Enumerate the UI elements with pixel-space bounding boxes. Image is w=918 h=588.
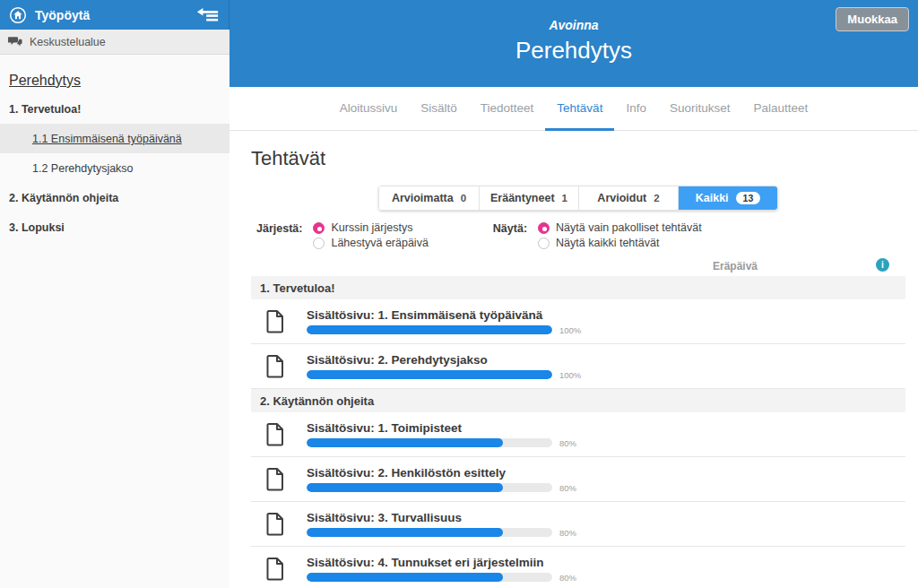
- task-progress: 80%: [307, 528, 576, 538]
- task-row[interactable]: Sisältösivu: 2. Perehdytysjakso100%: [251, 344, 905, 389]
- task-row[interactable]: Sisältösivu: 4. Tunnukset eri järjestelm…: [251, 547, 905, 588]
- task-progress: 100%: [307, 370, 581, 380]
- tab-tehtävät[interactable]: Tehtävät: [545, 87, 614, 131]
- tab-sisältö[interactable]: Sisältö: [409, 87, 469, 131]
- course-status: Avoinna: [230, 0, 918, 32]
- task-main: Sisältösivu: 1. Toimipisteet80%: [307, 421, 576, 448]
- radio-option-label: Näytä vain pakolliset tehtävät: [556, 221, 702, 234]
- filter-label: Kaikki: [696, 192, 729, 204]
- filter-button-kaikki[interactable]: Kaikki13: [678, 186, 777, 210]
- task-title: Sisältösivu: 2. Henkilöstön esittely: [307, 466, 576, 480]
- task-progress: 80%: [307, 438, 576, 448]
- progress-percent-label: 100%: [559, 325, 581, 335]
- course-outline-nav: 1. Tervetuloa!1.1 Ensimmäisenä työpäivän…: [0, 94, 230, 242]
- radio-option[interactable]: Näytä kaikki tehtävät: [538, 237, 702, 249]
- progress-percent-label: 100%: [559, 370, 581, 380]
- task-progress: 80%: [307, 483, 576, 493]
- tab-suoritukset[interactable]: Suoritukset: [658, 87, 742, 131]
- radio-unselected-icon[interactable]: [538, 238, 550, 249]
- progress-fill: [307, 438, 503, 447]
- progress-track: [307, 370, 552, 379]
- sidebar-nav-item[interactable]: 2. Käytännön ohjeita: [0, 183, 230, 212]
- radio-unselected-icon[interactable]: [313, 238, 325, 249]
- content-page-icon: [265, 309, 285, 333]
- course-tabs: AloitussivuSisältöTiedotteetTehtävätInfo…: [230, 87, 918, 131]
- content-page-icon: [265, 354, 285, 378]
- content-page-icon: [265, 557, 285, 581]
- edit-button[interactable]: Muokkaa: [836, 7, 909, 31]
- task-title: Sisältösivu: 2. Perehdytysjakso: [307, 353, 581, 367]
- filter-button-arvioimatta[interactable]: Arvioimatta0: [379, 186, 479, 210]
- option-group: Näytä:Näytä vain pakolliset tehtävätNäyt…: [493, 221, 702, 249]
- task-title: Sisältösivu: 4. Tunnukset eri järjestelm…: [307, 556, 576, 569]
- task-title: Sisältösivu: 3. Turvallisuus: [307, 511, 576, 524]
- sidebar-nav-item[interactable]: 1. Tervetuloa!: [0, 94, 230, 124]
- radio-option-label: Lähestyvä eräpäivä: [331, 237, 428, 249]
- discussion-area-label: Keskustelualue: [30, 36, 106, 48]
- task-list-header: Eräpäivä i: [251, 258, 905, 276]
- tab-palautteet[interactable]: Palautteet: [741, 87, 819, 131]
- progress-percent-label: 80%: [559, 438, 576, 448]
- progress-track: [307, 438, 552, 447]
- task-filter-group: Arvioimatta0Erääntyneet1Arvioidut2Kaikki…: [251, 186, 905, 211]
- radio-option[interactable]: Näytä vain pakolliset tehtävät: [538, 221, 702, 234]
- progress-track: [307, 573, 552, 582]
- filter-label: Arvioidut: [597, 192, 646, 204]
- filter-count-badge: 2: [654, 193, 659, 203]
- option-group: Järjestä:Kurssin järjestysLähestyvä eräp…: [256, 221, 429, 249]
- filter-button-arvioidut[interactable]: Arvioidut2: [578, 186, 678, 210]
- task-main: Sisältösivu: 4. Tunnukset eri järjestelm…: [307, 556, 576, 583]
- radio-option[interactable]: Kurssin järjestys: [313, 221, 428, 234]
- tab-aloitussivu[interactable]: Aloitussivu: [328, 87, 410, 131]
- filter-label: Arvioimatta: [392, 192, 454, 204]
- progress-track: [307, 483, 552, 492]
- course-banner: Avoinna Perehdytys Muokkaa: [230, 0, 918, 87]
- progress-percent-label: 80%: [559, 483, 576, 493]
- sidebar-item-discussion-area[interactable]: Keskustelualue: [0, 30, 230, 55]
- task-row[interactable]: Sisältösivu: 1. Ensimmäisenä työpäivänä1…: [251, 299, 905, 344]
- sidebar-title[interactable]: Työpöytä: [35, 8, 196, 22]
- sidebar-course-link[interactable]: Perehdytys: [9, 73, 81, 89]
- sidebar: Työpöytä Keskustelualue Perehdytys 1. Te…: [0, 0, 230, 588]
- task-row[interactable]: Sisältösivu: 1. Toimipisteet80%: [251, 412, 905, 457]
- task-main: Sisältösivu: 2. Henkilöstön esittely80%: [307, 466, 576, 493]
- course-title: Perehdytys: [230, 37, 918, 65]
- option-column: Kurssin järjestysLähestyvä eräpäivä: [313, 221, 428, 249]
- home-icon[interactable]: [9, 6, 27, 24]
- tab-tiedotteet[interactable]: Tiedotteet: [469, 87, 546, 131]
- task-row[interactable]: Sisältösivu: 2. Henkilöstön esittely80%: [251, 457, 905, 502]
- tab-info[interactable]: Info: [614, 87, 658, 131]
- section-header: 2. Käytännön ohjeita: [251, 389, 905, 412]
- filter-label: Erääntyneet: [490, 192, 555, 204]
- task-main: Sisältösivu: 2. Perehdytysjakso100%: [307, 353, 581, 380]
- collapse-menu-icon[interactable]: [196, 7, 220, 23]
- progress-fill: [307, 528, 503, 537]
- radio-selected-icon[interactable]: [313, 222, 325, 234]
- radio-selected-icon[interactable]: [538, 222, 550, 234]
- filter-count-badge: 13: [736, 192, 761, 204]
- radio-option-label: Näytä kaikki tehtävät: [556, 237, 659, 249]
- filter-button-erääntyneet[interactable]: Erääntyneet1: [479, 186, 578, 210]
- tasks-content: Tehtävät Arvioimatta0Erääntyneet1Arvioid…: [230, 131, 918, 588]
- content-page-icon: [265, 467, 285, 491]
- task-main: Sisältösivu: 3. Turvallisuus80%: [307, 511, 576, 538]
- task-progress: 100%: [307, 325, 581, 335]
- task-row[interactable]: Sisältösivu: 3. Turvallisuus80%: [251, 502, 905, 547]
- chat-bubbles-icon: [8, 36, 22, 48]
- progress-fill: [307, 483, 503, 492]
- progress-fill: [307, 573, 503, 582]
- sidebar-nav-item[interactable]: 3. Lopuksi: [0, 212, 230, 242]
- progress-track: [307, 528, 552, 537]
- option-column: Näytä vain pakolliset tehtävätNäytä kaik…: [538, 221, 702, 249]
- radio-option[interactable]: Lähestyvä eräpäivä: [313, 237, 428, 249]
- progress-fill: [307, 370, 552, 379]
- task-list: 1. Tervetuloa!Sisältösivu: 1. Ensimmäise…: [251, 276, 905, 588]
- radio-option-label: Kurssin järjestys: [331, 221, 412, 234]
- sidebar-nav-item[interactable]: 1.2 Perehdytysjakso: [0, 153, 230, 183]
- filter-count-badge: 1: [562, 193, 567, 203]
- info-icon[interactable]: i: [876, 258, 889, 272]
- task-main: Sisältösivu: 1. Ensimmäisenä työpäivänä1…: [307, 308, 581, 335]
- due-date-column-label: Eräpäivä: [713, 260, 758, 272]
- sidebar-nav-item[interactable]: 1.1 Ensimmäisenä työpäivänä: [0, 124, 230, 153]
- option-group-label: Järjestä:: [256, 221, 302, 249]
